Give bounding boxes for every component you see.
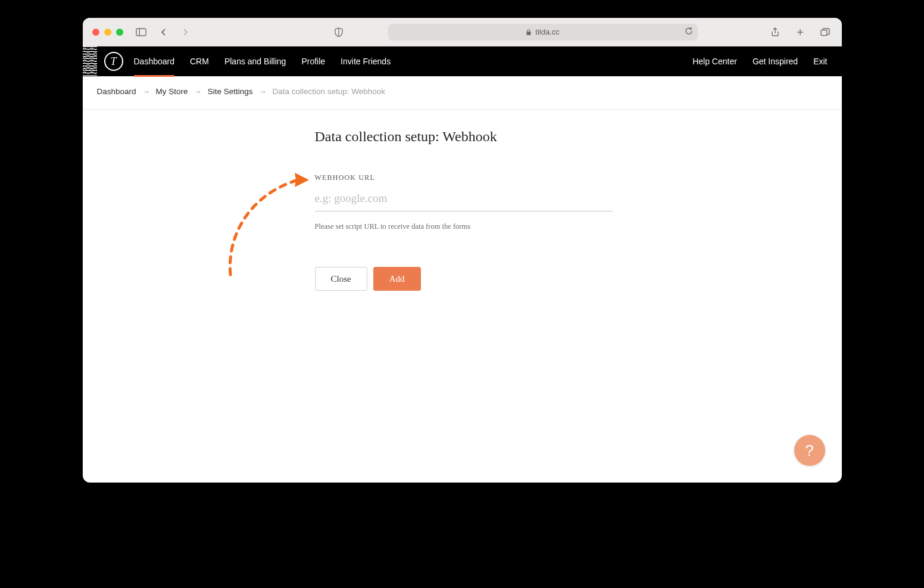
traffic-lights: [92, 29, 123, 36]
crumb-dashboard[interactable]: Dashboard: [97, 87, 136, 96]
breadcrumb: Dashboard → My Store → Site Settings → D…: [83, 76, 842, 110]
nav-link-get-inspired[interactable]: Get Inspired: [753, 57, 798, 66]
reload-icon[interactable]: [685, 27, 693, 37]
help-fab-label: ?: [805, 441, 813, 460]
help-fab[interactable]: ?: [794, 435, 825, 466]
browser-chrome: tilda.cc: [83, 18, 842, 46]
share-icon[interactable]: [768, 25, 782, 39]
form: Data collection setup: Webhook WEBHOOK U…: [315, 129, 613, 291]
nav-link-dashboard[interactable]: Dashboard: [134, 46, 175, 76]
close-button[interactable]: Close: [315, 267, 367, 291]
form-actions: Close Add: [315, 267, 613, 291]
crumb-current: Data collection setup: Webhook: [272, 87, 385, 96]
sidebar-toggle-icon[interactable]: [134, 25, 148, 39]
nav-right: Help Center Get Inspired Exit: [692, 57, 827, 66]
nav-links: Dashboard CRM Plans and Billing Profile …: [134, 46, 391, 76]
annotation-arrow-icon: [220, 170, 315, 278]
browser-window: tilda.cc: [83, 18, 842, 483]
forward-button[interactable]: [178, 25, 192, 39]
webhook-url-help: Please set script URL to receive data fr…: [315, 222, 613, 231]
topnav: T Dashboard CRM Plans and Billing Profil…: [83, 46, 842, 76]
crumb-sep: →: [193, 87, 202, 96]
crumb-sep: →: [142, 87, 150, 96]
new-tab-icon[interactable]: [793, 25, 807, 39]
shield-icon[interactable]: [332, 25, 346, 39]
svg-rect-3: [527, 32, 531, 35]
crumb-sep: →: [258, 87, 267, 96]
crumb-mystore[interactable]: My Store: [156, 87, 188, 96]
nav-link-profile[interactable]: Profile: [301, 46, 325, 76]
nav-link-help-center[interactable]: Help Center: [692, 57, 737, 66]
nav-link-crm[interactable]: CRM: [190, 46, 209, 76]
address-host: tilda.cc: [535, 27, 559, 36]
address-bar[interactable]: tilda.cc: [388, 24, 698, 41]
nav-link-invite[interactable]: Invite Friends: [341, 46, 391, 76]
logo[interactable]: T: [104, 52, 123, 71]
svg-rect-6: [821, 30, 827, 35]
window-minimize-button[interactable]: [104, 29, 111, 36]
page-title: Data collection setup: Webhook: [315, 129, 613, 145]
back-button[interactable]: [157, 25, 171, 39]
svg-rect-0: [136, 29, 146, 36]
window-zoom-button[interactable]: [116, 29, 123, 36]
add-button[interactable]: Add: [373, 267, 421, 291]
webhook-url-label: WEBHOOK URL: [315, 173, 613, 182]
main-content: Data collection setup: Webhook WEBHOOK U…: [83, 110, 842, 483]
tabs-overview-icon[interactable]: [818, 25, 832, 39]
webhook-url-input[interactable]: [315, 188, 613, 211]
wavy-pattern-icon: [83, 46, 97, 76]
crumb-site-settings[interactable]: Site Settings: [208, 87, 253, 96]
lock-icon: [526, 29, 532, 36]
window-close-button[interactable]: [92, 29, 99, 36]
svg-marker-7: [295, 173, 309, 187]
nav-link-exit[interactable]: Exit: [813, 57, 827, 66]
logo-letter: T: [110, 55, 116, 68]
nav-link-plans[interactable]: Plans and Billing: [224, 46, 286, 76]
